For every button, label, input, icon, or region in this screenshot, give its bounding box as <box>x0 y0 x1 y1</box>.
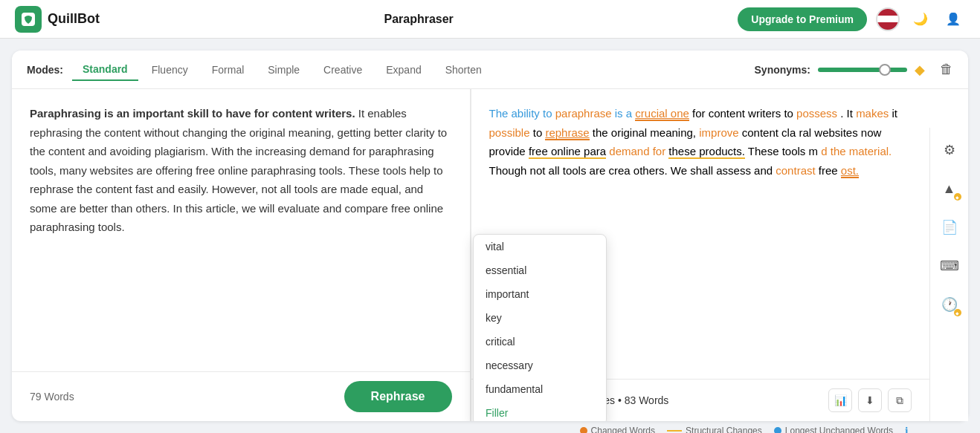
synonym-important[interactable]: important <box>474 282 606 306</box>
info-icon[interactable]: ℹ <box>905 426 909 433</box>
sidebar-premium-icon[interactable]: ▲ ◆ <box>936 175 963 202</box>
download-icon: ⬇ <box>865 394 874 406</box>
structural-label: Structural Changes <box>686 426 762 433</box>
legend-longest: Longest Unchanged Words <box>774 426 893 433</box>
chart-icon: 📊 <box>834 394 847 406</box>
logo-icon <box>15 6 42 33</box>
mode-expand[interactable]: Expand <box>375 59 431 80</box>
logo-text: QuillBot <box>48 11 100 27</box>
synonym-filler[interactable]: Filler <box>474 401 606 421</box>
mode-standard[interactable]: Standard <box>72 59 138 81</box>
history-premium-badge: ◆ <box>954 309 961 316</box>
logo: QuillBot <box>15 6 100 33</box>
copy-button[interactable]: ⧉ <box>888 388 912 412</box>
paraphraser-card: Modes: Standard Fluency Formal Simple Cr… <box>12 51 968 421</box>
chart-button[interactable]: 📊 <box>828 388 852 412</box>
copy-icon: ⧉ <box>896 394 903 407</box>
structural-line <box>667 430 682 432</box>
longest-label: Longest Unchanged Words <box>785 426 893 433</box>
mode-simple[interactable]: Simple <box>257 59 310 80</box>
input-panel[interactable]: Paraphrasing is an important skill to ha… <box>12 89 471 371</box>
synonyms-section: Synonyms: ◆ <box>755 62 925 78</box>
synonym-fundamental[interactable]: fundamental <box>474 377 606 401</box>
main-container: Modes: Standard Fluency Formal Simple Cr… <box>0 39 980 433</box>
synonym-dropdown: vital essential important key critical n… <box>473 234 607 421</box>
action-icons: 📊 ⬇ ⧉ <box>828 388 912 412</box>
sidebar-settings-icon[interactable]: ⚙ <box>936 137 963 163</box>
mode-shorten[interactable]: Shorten <box>435 59 492 80</box>
synonyms-slider[interactable] <box>818 68 907 72</box>
sidebar-history-icon[interactable]: 🕐 ◆ <box>936 291 963 318</box>
user-icon[interactable]: 👤 <box>941 7 965 31</box>
sidebar-keyboard-icon[interactable]: ⌨ <box>936 253 963 279</box>
left-bottom-bar: 79 Words Rephrase <box>12 371 471 421</box>
synonyms-label: Synonyms: <box>755 64 810 76</box>
download-button[interactable]: ⬇ <box>858 388 882 412</box>
longest-dot <box>774 427 781 433</box>
changed-label: Changed Words <box>591 426 656 433</box>
word-count: 79 Words <box>30 391 74 403</box>
upgrade-button[interactable]: Upgrade to Premium <box>738 7 867 31</box>
synonym-necessary[interactable]: necessary <box>474 354 606 377</box>
clear-button[interactable]: 🗑 <box>940 62 953 77</box>
rephrase-button[interactable]: Rephrase <box>344 381 452 412</box>
legend-changed: Changed Words <box>580 426 656 433</box>
synonym-key[interactable]: key <box>474 306 606 330</box>
language-flag[interactable] <box>876 7 900 31</box>
right-sidebar: ⚙ ▲ ◆ 📄 ⌨ 🕐 ◆ <box>929 128 968 421</box>
slider-thumb <box>879 64 891 76</box>
sidebar-document-icon[interactable]: 📄 <box>936 214 963 241</box>
premium-diamond-icon: ◆ <box>915 62 925 78</box>
highlight-text: Paraphrasing is an important skill to ha… <box>30 107 355 120</box>
modes-bar: Modes: Standard Fluency Formal Simple Cr… <box>12 51 968 89</box>
header-actions: Upgrade to Premium 🌙 👤 <box>738 7 965 31</box>
mode-creative[interactable]: Creative <box>313 59 373 80</box>
mode-fluency[interactable]: Fluency <box>141 59 199 80</box>
dark-mode-toggle[interactable]: 🌙 <box>909 7 932 31</box>
synonym-critical[interactable]: critical <box>474 330 606 354</box>
synonym-essential[interactable]: essential <box>474 258 606 282</box>
premium-badge: ◆ <box>954 193 961 201</box>
modes-label: Modes: <box>27 64 63 76</box>
mode-formal[interactable]: Formal <box>202 59 255 80</box>
page-title: Paraphraser <box>384 13 453 26</box>
changed-dot <box>580 427 587 433</box>
header: QuillBot Paraphraser Upgrade to Premium … <box>0 0 980 39</box>
legend-structural: Structural Changes <box>667 426 762 433</box>
content-area: Paraphrasing is an important skill to ha… <box>12 89 968 421</box>
synonym-vital[interactable]: vital <box>474 235 606 258</box>
output-text: The ability to paraphrase is a crucial o… <box>489 107 897 178</box>
